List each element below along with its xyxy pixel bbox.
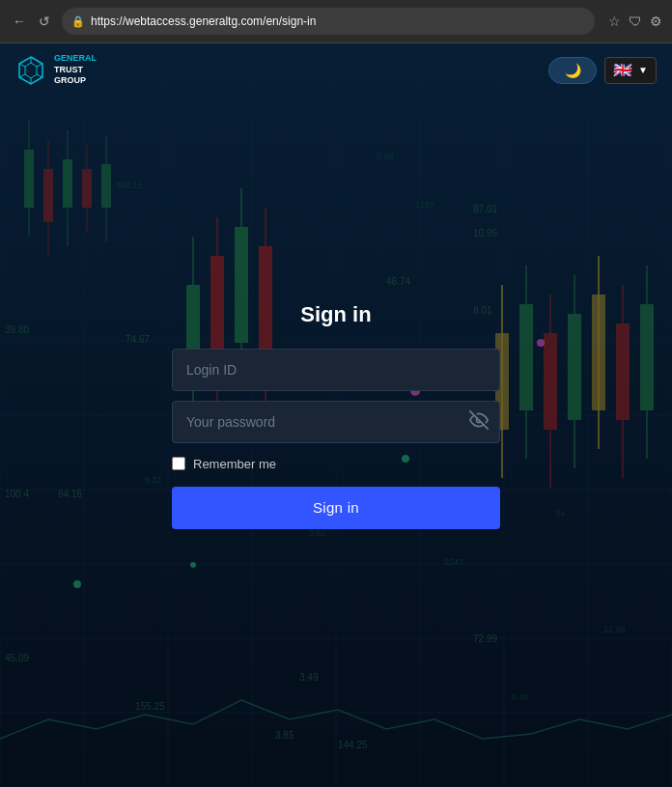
dark-mode-toggle[interactable]: 🌙: [548, 57, 597, 84]
chevron-down-icon: ▼: [638, 65, 648, 75]
toggle-password-icon[interactable]: [469, 410, 489, 434]
main-content: Sign in Remember me Sign in: [0, 43, 672, 787]
signin-title: Sign in: [300, 302, 371, 327]
logo: GENERAL TRUST GROUP: [15, 53, 97, 87]
back-button[interactable]: ←: [10, 14, 29, 29]
shield-icon[interactable]: 🛡: [629, 14, 642, 29]
remember-me-row: Remember me: [172, 457, 500, 471]
address-bar[interactable]: 🔒 https://webtaccess.generaltg.com/en/si…: [62, 8, 595, 35]
svg-line-87: [19, 64, 25, 67]
language-selector[interactable]: 🇬🇧 ▼: [604, 57, 657, 84]
signin-form: Sign in Remember me Sign in: [172, 302, 500, 529]
browser-nav-buttons: ← ↺: [10, 14, 54, 29]
logo-line2: TRUST: [54, 65, 97, 76]
svg-marker-81: [25, 63, 37, 78]
logo-line1: GENERAL: [54, 53, 97, 65]
lock-icon: 🔒: [71, 15, 85, 28]
password-wrapper: [172, 401, 500, 443]
logo-icon: [15, 55, 46, 86]
logo-line3: GROUP: [54, 75, 97, 87]
signin-button[interactable]: Sign in: [172, 487, 500, 529]
browser-actions: ☆ 🛡 ⚙: [608, 14, 662, 29]
extensions-icon[interactable]: ⚙: [650, 14, 662, 29]
site-header: GENERAL TRUST GROUP 🌙 🇬🇧 ▼: [0, 43, 672, 97]
flag-icon: 🇬🇧: [613, 61, 632, 79]
refresh-button[interactable]: ↺: [35, 14, 54, 29]
remember-me-label: Remember me: [193, 457, 276, 471]
password-input[interactable]: [172, 401, 500, 443]
bookmark-icon[interactable]: ☆: [608, 14, 621, 29]
remember-me-checkbox[interactable]: [172, 457, 185, 470]
moon-icon: 🌙: [565, 63, 581, 78]
svg-line-84: [37, 74, 42, 77]
logo-text: GENERAL TRUST GROUP: [54, 53, 97, 87]
header-actions: 🌙 🇬🇧 ▼: [548, 57, 657, 84]
url-text: https://webtaccess.generaltg.com/en/sign…: [91, 14, 316, 28]
login-id-input[interactable]: [172, 349, 500, 391]
browser-chrome: ← ↺ 🔒 https://webtaccess.generaltg.com/e…: [0, 0, 672, 43]
svg-line-86: [19, 74, 25, 77]
svg-line-83: [37, 64, 42, 67]
